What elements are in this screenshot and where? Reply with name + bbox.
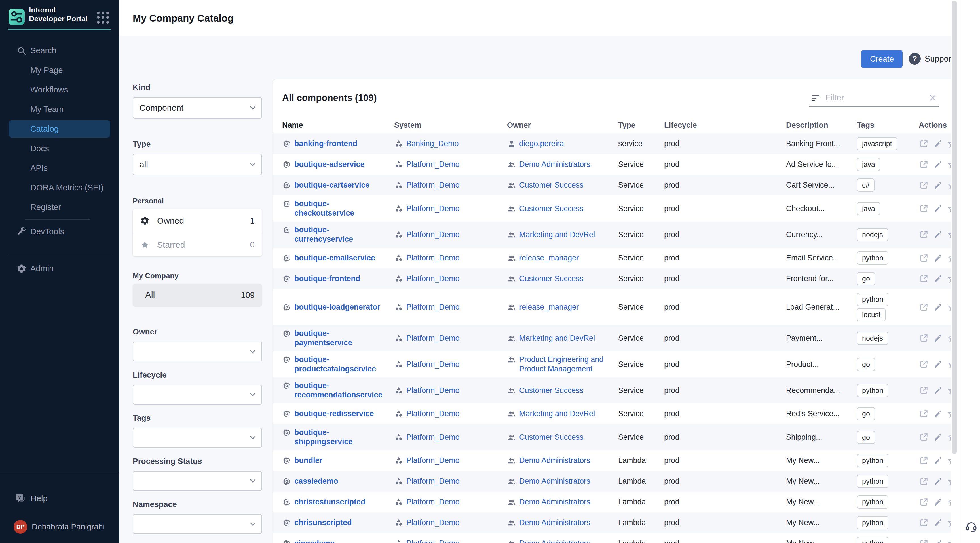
sidebar-item-admin[interactable]: Admin (0, 259, 119, 278)
system-link[interactable]: Platform_Demo (406, 204, 460, 213)
owner-link[interactable]: Demo Administrators (519, 477, 590, 486)
table-row[interactable]: boutique-checkoutservicePlatform_DemoCus… (273, 196, 954, 221)
edit-button[interactable] (933, 432, 943, 442)
sidebar-item-docs[interactable]: Docs (0, 139, 119, 158)
table-row[interactable]: boutique-productcatalogservicePlatform_D… (273, 351, 954, 377)
owner-link[interactable]: Product Engineering and Product Manageme… (519, 355, 613, 374)
table-row[interactable]: cassiedemoPlatform_DemoDemo Administrato… (273, 471, 954, 492)
edit-button[interactable] (933, 333, 943, 343)
sidebar-item-apis[interactable]: APIs (0, 158, 119, 178)
component-name-link[interactable]: boutique-emailservice (294, 253, 375, 263)
edit-button[interactable] (933, 302, 943, 312)
owner-link[interactable]: Customer Success (519, 204, 584, 213)
edit-button[interactable] (933, 274, 943, 284)
table-row[interactable]: boutique-emailservicePlatform_Demoreleas… (273, 248, 954, 268)
open-in-new-button[interactable] (919, 518, 929, 528)
open-in-new-button[interactable] (919, 253, 929, 263)
edit-button[interactable] (933, 476, 943, 487)
edit-button[interactable] (933, 385, 943, 395)
filter-all[interactable]: All 109 (133, 284, 262, 306)
open-in-new-button[interactable] (919, 274, 929, 284)
component-name-link[interactable]: banking-frontend (294, 139, 357, 148)
sidebar-item-catalog[interactable]: Catalog (0, 119, 119, 139)
open-in-new-button[interactable] (919, 538, 929, 543)
sidebar-item-devtools[interactable]: DevTools (0, 222, 119, 241)
open-in-new-button[interactable] (919, 359, 929, 369)
component-name-link[interactable]: chrisunscripted (294, 518, 352, 527)
table-row[interactable]: boutique-cartservicePlatform_DemoCustome… (273, 175, 954, 196)
table-row[interactable]: boutique-frontendPlatform_DemoCustomer S… (273, 268, 954, 289)
component-name-link[interactable]: boutique-frontend (294, 274, 360, 283)
component-name-link[interactable]: boutique-recommendationservice (294, 381, 385, 400)
open-in-new-button[interactable] (919, 432, 929, 442)
component-name-link[interactable]: cignademo (294, 539, 335, 543)
owner-link[interactable]: Demo Administrators (519, 539, 590, 543)
open-in-new-button[interactable] (919, 409, 929, 419)
system-link[interactable]: Platform_Demo (406, 303, 460, 312)
open-in-new-button[interactable] (919, 497, 929, 507)
system-link[interactable]: Banking_Demo (406, 139, 459, 148)
owner-link[interactable]: Customer Success (519, 274, 584, 283)
system-link[interactable]: Platform_Demo (406, 539, 460, 543)
owner-link[interactable]: release_manager (519, 303, 579, 312)
component-name-link[interactable]: boutique-productcatalogservice (294, 355, 385, 374)
tags-select[interactable] (133, 428, 262, 447)
type-select[interactable]: all (133, 154, 262, 175)
sidebar-item-workflows[interactable]: Workflows (0, 80, 119, 100)
owner-link[interactable]: Marketing and DevRel (519, 409, 595, 419)
filter-starred[interactable]: Starred 0 (133, 232, 262, 256)
system-link[interactable]: Platform_Demo (406, 274, 460, 283)
system-link[interactable]: Platform_Demo (406, 334, 460, 343)
component-name-link[interactable]: boutique-cartservice (294, 180, 370, 190)
system-link[interactable]: Platform_Demo (406, 477, 460, 486)
open-in-new-button[interactable] (919, 204, 929, 213)
system-link[interactable]: Platform_Demo (406, 433, 460, 442)
table-row[interactable]: boutique-redisservicePlatform_DemoMarket… (273, 403, 954, 424)
sidebar-item-register[interactable]: Register (0, 197, 119, 217)
owner-link[interactable]: Demo Administrators (519, 518, 590, 527)
create-button[interactable]: Create (861, 50, 903, 68)
edit-button[interactable] (933, 204, 943, 213)
apps-grid-icon[interactable] (96, 11, 110, 25)
edit-button[interactable] (933, 139, 943, 149)
open-in-new-button[interactable] (919, 385, 929, 395)
table-row[interactable]: christestunscriptedPlatform_DemoDemo Adm… (273, 492, 954, 512)
component-name-link[interactable]: boutique-redisservice (294, 409, 374, 419)
sidebar-item-search[interactable]: Search (0, 41, 119, 61)
edit-button[interactable] (933, 359, 943, 369)
system-link[interactable]: Platform_Demo (406, 386, 460, 395)
table-row[interactable]: boutique-adservicePlatform_DemoDemo Admi… (273, 154, 954, 175)
clear-filter-icon[interactable] (928, 93, 937, 103)
edit-button[interactable] (933, 229, 943, 240)
namespace-select[interactable] (133, 514, 262, 534)
open-in-new-button[interactable] (919, 139, 929, 149)
table-row[interactable]: boutique-loadgeneratorPlatform_Demorelea… (273, 289, 954, 325)
system-link[interactable]: Platform_Demo (406, 160, 460, 169)
open-in-new-button[interactable] (919, 455, 929, 466)
scrollbar-thumb[interactable] (951, 0, 957, 454)
table-row[interactable]: banking-frontendBanking_Demodiego.pereir… (273, 133, 954, 154)
component-name-link[interactable]: boutique-shippingservice (294, 428, 385, 447)
open-in-new-button[interactable] (919, 476, 929, 487)
sidebar-item-help[interactable]: ? Help (0, 489, 119, 508)
table-filter-input[interactable] (825, 91, 916, 104)
open-in-new-button[interactable] (919, 333, 929, 343)
system-link[interactable]: Platform_Demo (406, 230, 460, 239)
system-link[interactable]: Platform_Demo (406, 518, 460, 527)
table-row[interactable]: cignademoPlatform_DemoDemo Administrator… (273, 533, 954, 543)
component-name-link[interactable]: christestunscripted (294, 497, 366, 507)
owner-link[interactable]: Demo Administrators (519, 497, 590, 507)
owner-select[interactable] (133, 342, 262, 361)
edit-button[interactable] (933, 455, 943, 466)
owner-link[interactable]: Marketing and DevRel (519, 334, 595, 343)
sidebar-item-dora-metrics-sei[interactable]: DORA Metrics (SEI) (0, 178, 119, 197)
support-link[interactable]: ? Support (909, 53, 954, 65)
edit-button[interactable] (933, 538, 943, 543)
component-name-link[interactable]: boutique-adservice (294, 160, 365, 169)
system-link[interactable]: Platform_Demo (406, 180, 460, 190)
table-row[interactable]: boutique-paymentservicePlatform_DemoMark… (273, 325, 954, 351)
processing-status-select[interactable] (133, 471, 262, 491)
kind-select[interactable]: Component (133, 97, 262, 119)
system-link[interactable]: Platform_Demo (406, 497, 460, 507)
open-in-new-button[interactable] (919, 302, 929, 312)
